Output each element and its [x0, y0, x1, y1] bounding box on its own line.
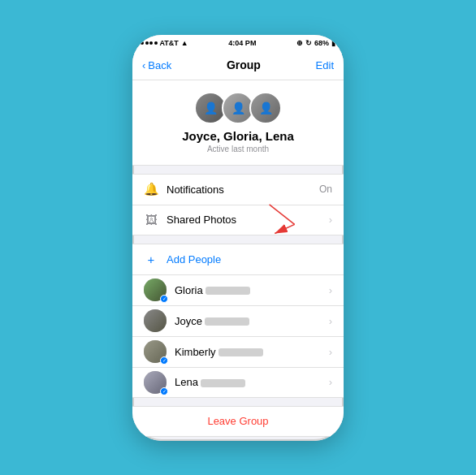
- avatar-lena-small: ✓: [144, 371, 167, 394]
- settings-section: 🔔 Notifications On 🖼 Shared Photos ›: [132, 174, 344, 235]
- location-icon: ⊕: [296, 39, 303, 47]
- add-people-label: Add People: [167, 253, 332, 266]
- person-name-gloria: Gloria: [175, 284, 321, 296]
- back-button[interactable]: ‹ Back: [142, 59, 171, 71]
- notifications-value: On: [319, 184, 332, 195]
- battery-label: 68%: [314, 39, 329, 47]
- person-cell-lena[interactable]: ✓ Lena ›: [132, 367, 344, 398]
- leave-group-cell[interactable]: Leave Group: [132, 406, 344, 437]
- notifications-cell[interactable]: 🔔 Notifications On: [132, 174, 344, 205]
- shared-photos-label: Shared Photos: [167, 214, 321, 226]
- person-cell-gloria[interactable]: ✓ Gloria ›: [132, 274, 344, 305]
- battery-icon: ▮: [331, 39, 335, 47]
- clock: 4:04 PM: [228, 39, 256, 47]
- person-name-lena: Lena: [175, 376, 321, 388]
- avatar-kimberly-small: ✓: [144, 340, 167, 363]
- leave-section: Leave Group: [132, 406, 344, 437]
- group-status: Active last month: [207, 145, 269, 153]
- person-cell-joyce[interactable]: Joyce ›: [132, 305, 344, 336]
- add-people-cell[interactable]: + Add People: [132, 244, 344, 274]
- group-name: Joyce, Gloria, Lena: [182, 129, 294, 143]
- rotation-icon: ↻: [305, 39, 312, 47]
- shared-photos-chevron-icon: ›: [329, 214, 332, 226]
- nav-title: Group: [227, 58, 261, 71]
- carrier-label: AT&T: [160, 39, 179, 47]
- lena-chevron-icon: ›: [329, 376, 332, 388]
- shared-photos-cell[interactable]: 🖼 Shared Photos ›: [132, 205, 344, 235]
- person-cell-kimberly[interactable]: ✓ Kimberly ›: [132, 336, 344, 367]
- wifi-icon: ▲: [181, 39, 188, 47]
- person-name-joyce: Joyce: [175, 315, 321, 327]
- phone-container: AT&T ▲ 4:04 PM ⊕ ↻ 68% ▮ ‹ Back Group Ed…: [132, 35, 344, 441]
- person-name-kimberly: Kimberly: [175, 346, 321, 358]
- people-section: + Add People ✓ Gloria › Joyce ›: [132, 244, 344, 398]
- photos-icon: 🖼: [144, 213, 158, 227]
- avatar-lena: 👤: [249, 92, 282, 124]
- notifications-label: Notifications: [167, 184, 311, 196]
- edit-button[interactable]: Edit: [316, 59, 334, 71]
- avatar-joyce-small: [144, 309, 167, 332]
- add-icon: +: [144, 253, 158, 266]
- avatar-gloria-small: ✓: [144, 279, 167, 301]
- bell-icon: 🔔: [144, 182, 158, 196]
- group-header: 👤 👤 👤 Joyce, Gloria, Lena Active last mo…: [132, 80, 344, 166]
- joyce-chevron-icon: ›: [329, 315, 332, 327]
- back-label: Back: [148, 59, 171, 71]
- phone-frame: AT&T ▲ 4:04 PM ⊕ ↻ 68% ▮ ‹ Back Group Ed…: [132, 35, 344, 441]
- kimberly-chevron-icon: ›: [329, 346, 332, 358]
- nav-bar: ‹ Back Group Edit: [132, 51, 344, 80]
- leave-group-label: Leave Group: [207, 415, 268, 427]
- gloria-chevron-icon: ›: [329, 284, 332, 296]
- back-chevron-icon: ‹: [142, 59, 145, 71]
- status-bar: AT&T ▲ 4:04 PM ⊕ ↻ 68% ▮: [132, 35, 344, 51]
